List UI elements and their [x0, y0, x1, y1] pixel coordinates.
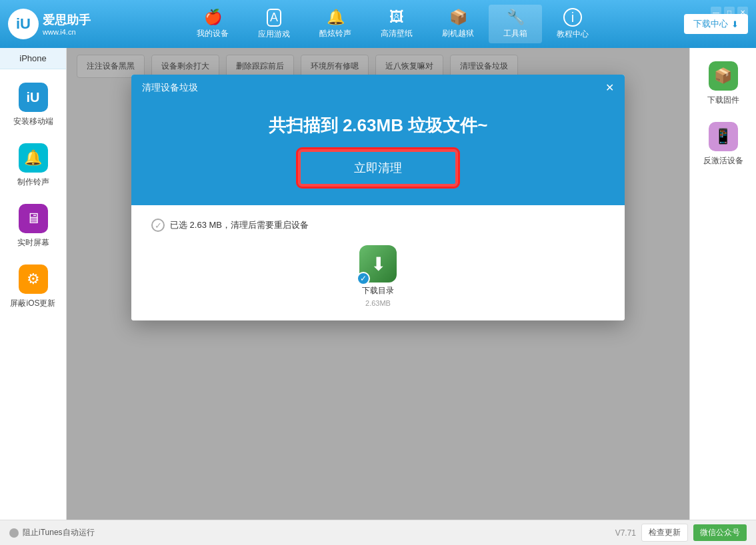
status-right: V7.71 检查更新 微信公众号 [615, 524, 747, 542]
status-left: 阻止iTunes自动运行 [9, 527, 610, 538]
version-text: V7.71 [615, 528, 636, 538]
sidebar-item-ringtone[interactable]: 🔔 制作铃声 [0, 137, 66, 195]
logo-text: 爱思助手 www.i4.cn [43, 12, 91, 36]
scan-result-text: 共扫描到 2.63MB 垃圾文件~ [131, 114, 625, 137]
nav-jailbreak[interactable]: 📦 刷机越狱 [427, 5, 489, 43]
ringtone-sidebar-icon: 🔔 [19, 143, 48, 173]
install-app-icon: iU [19, 83, 48, 112]
nav-ringtone[interactable]: 🔔 酷炫铃声 [305, 5, 366, 43]
file-name: 下载目录 [362, 285, 394, 296]
right-sidebar: 📦 下载固件 📱 反激活设备 [689, 48, 756, 520]
status-bar: 阻止iTunes自动运行 V7.71 检查更新 微信公众号 [0, 520, 756, 545]
toolbox-icon: 🔧 [507, 9, 525, 26]
dialog-close-button[interactable]: ✕ [605, 81, 614, 94]
close-window-button[interactable]: ✕ [737, 7, 748, 17]
logo-icon: iU [8, 9, 39, 39]
dialog-title: 清理设备垃圾 [142, 82, 198, 94]
window-controls: — □ ✕ [711, 7, 748, 17]
top-bar: iU 爱思助手 www.i4.cn 🍎 我的设备 A 应用游戏 🔔 酷炫铃声 🖼… [0, 0, 756, 48]
file-check-badge: ✓ [357, 272, 370, 285]
clean-dialog: 清理设备垃圾 ✕ 共扫描到 2.63MB 垃圾文件~ 立即清理 ✓ 已选 2.6… [131, 75, 625, 320]
block-ios-icon: ⚙ [19, 265, 48, 294]
firmware-icon: 📦 [709, 61, 738, 91]
check-update-button[interactable]: 检查更新 [641, 524, 688, 542]
status-dot-icon [9, 528, 19, 538]
itunes-status-text: 阻止iTunes自动运行 [23, 527, 95, 538]
right-item-deactivate[interactable]: 📱 反激活设备 [690, 115, 756, 173]
check-circle-icon: ✓ [151, 219, 165, 232]
sidebar-item-block-ios[interactable]: ⚙ 屏蔽iOS更新 [0, 258, 66, 316]
my-device-icon: 🍎 [204, 9, 222, 26]
nav-items: 🍎 我的设备 A 应用游戏 🔔 酷炫铃声 🖼 高清壁纸 📦 刷机越狱 🔧 工具箱… [101, 4, 684, 44]
clean-now-button[interactable]: 立即清理 [299, 151, 457, 185]
sidebar-item-realtime-screen[interactable]: 🖥 实时屏幕 [0, 197, 66, 255]
clean-btn-wrapper: 立即清理 [131, 151, 625, 185]
deactivate-icon: 📱 [709, 122, 738, 151]
sidebar-items: iU 安装移动端 🔔 制作铃声 🖥 实时屏幕 ⚙ 屏蔽iOS更新 [0, 69, 66, 520]
sidebar-item-install-app[interactable]: iU 安装移动端 [0, 76, 66, 134]
file-item-download-dir[interactable]: ⬇ ✓ 下载目录 2.63MB [151, 245, 605, 307]
center-content: 注注设备黑黑 设备剩余打大 删除跟踪前后 环境所有修嗯 近八恢复嘛对 清理设备垃… [67, 48, 689, 520]
nav-wallpaper[interactable]: 🖼 高清壁纸 [366, 5, 427, 43]
ringtone-icon: 🔔 [327, 9, 345, 26]
wechat-button[interactable]: 微信公众号 [693, 524, 747, 541]
tutorial-icon: i [563, 8, 582, 27]
left-sidebar: iPhone iU 安装移动端 🔔 制作铃声 🖥 实时屏幕 ⚙ 屏蔽iOS更新 [0, 48, 67, 520]
realtime-screen-icon: 🖥 [19, 204, 48, 233]
nav-my-device[interactable]: 🍎 我的设备 [182, 5, 243, 43]
dialog-top-section: 共扫描到 2.63MB 垃圾文件~ 立即清理 [131, 101, 625, 205]
nav-apps-games[interactable]: A 应用游戏 [243, 5, 305, 44]
sidebar-tab: iPhone [0, 48, 66, 69]
right-item-firmware[interactable]: 📦 下载固件 [690, 55, 756, 113]
main-content: iPhone iU 安装移动端 🔔 制作铃声 🖥 实时屏幕 ⚙ 屏蔽iOS更新 [0, 48, 756, 520]
minimize-button[interactable]: — [711, 7, 721, 17]
selected-info: ✓ 已选 2.63 MB，清理后需要重启设备 [151, 219, 605, 232]
nav-tutorial[interactable]: i 教程中心 [542, 4, 603, 44]
dialog-bottom-section: ✓ 已选 2.63 MB，清理后需要重启设备 ⬇ ✓ 下载目录 2.63MB [131, 205, 625, 320]
wallpaper-icon: 🖼 [389, 9, 404, 26]
file-size: 2.63MB [365, 299, 391, 307]
download-arrow-icon: ⬇ [731, 19, 739, 29]
file-icon-wrapper: ⬇ ✓ [359, 245, 397, 282]
logo-area: iU 爱思助手 www.i4.cn [8, 9, 101, 39]
nav-toolbox[interactable]: 🔧 工具箱 [489, 5, 542, 43]
jailbreak-icon: 📦 [449, 9, 467, 26]
apps-games-icon: A [267, 9, 281, 27]
maximize-button[interactable]: □ [724, 7, 735, 17]
dialog-header: 清理设备垃圾 ✕ [131, 75, 625, 101]
dialog-overlay: 清理设备垃圾 ✕ 共扫描到 2.63MB 垃圾文件~ 立即清理 ✓ 已选 2.6… [67, 48, 689, 520]
